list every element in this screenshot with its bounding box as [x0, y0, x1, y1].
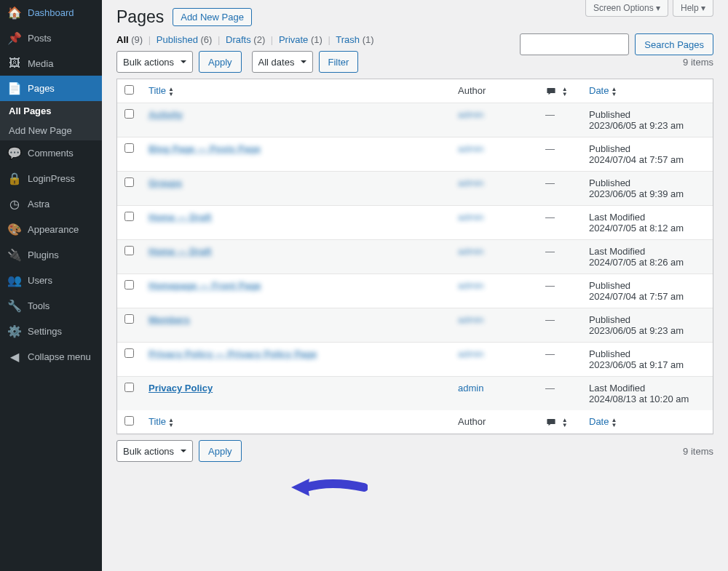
bulk-apply-bottom[interactable]: Apply	[199, 440, 242, 462]
col-date-foot[interactable]: Date▲▼	[582, 410, 713, 434]
dashboard-icon: 🏠	[7, 6, 22, 20]
appearance-icon: 🎨	[7, 223, 22, 236]
row-date-status: Published	[589, 109, 705, 120]
table-row: Privacy Policyadmin—Last Modified2024/08…	[117, 376, 713, 410]
row-date-time: 2023/06/05 at 9:39 am	[589, 188, 705, 199]
row-title-link[interactable]: Homepage — Front Page	[149, 280, 261, 291]
bulk-actions-select-top[interactable]: Bulk actions	[116, 51, 193, 73]
sidebar-item-label: Dashboard	[28, 7, 74, 18]
filter-published[interactable]: Published (6)	[157, 34, 213, 45]
row-comments: —	[545, 246, 555, 257]
sidebar-item-users[interactable]: 👥Users	[0, 268, 102, 293]
row-date-status: Published	[589, 280, 705, 291]
sidebar-item-appearance[interactable]: 🎨Appearance	[0, 217, 102, 242]
row-date-time: 2024/08/13 at 10:20 am	[589, 394, 705, 404]
sidebar-item-label: Comments	[28, 148, 74, 159]
sidebar-item-pages[interactable]: 📄Pages	[0, 76, 102, 101]
row-comments: —	[545, 143, 555, 154]
sidebar-item-label: Settings	[28, 326, 62, 337]
col-comments-foot[interactable]: ▲▼	[538, 410, 582, 434]
sidebar-item-label: Tools	[28, 300, 50, 311]
filter-private[interactable]: Private (1)	[279, 34, 323, 45]
filter-drafts[interactable]: Drafts (2)	[226, 34, 265, 45]
pages-table: Title▲▼ Author ▲▼ Date▲▼ Activityadmin—P…	[116, 79, 713, 434]
screen-options-tab[interactable]: Screen Options ▾	[585, 0, 668, 17]
row-author-link[interactable]: admin	[458, 212, 483, 223]
annotation-arrow	[288, 473, 368, 502]
filter-button[interactable]: Filter	[319, 51, 359, 73]
bulk-actions-select-bottom[interactable]: Bulk actions	[116, 440, 193, 462]
admin-sidebar: 🏠Dashboard📌Posts🖼Media📄PagesAll PagesAdd…	[0, 0, 102, 571]
submenu-item-add-new-page[interactable]: Add New Page	[0, 121, 102, 140]
row-author-link[interactable]: admin	[458, 109, 483, 120]
row-title-link[interactable]: Home — Draft	[149, 246, 212, 257]
row-checkbox[interactable]	[124, 177, 134, 187]
sidebar-item-label: Pages	[28, 83, 55, 94]
row-checkbox[interactable]	[124, 212, 134, 221]
row-author-link[interactable]: admin	[458, 314, 483, 325]
search-pages-button[interactable]: Search Pages	[635, 33, 713, 55]
row-author-link[interactable]: admin	[458, 177, 483, 188]
col-date[interactable]: Date▲▼	[582, 79, 713, 103]
sidebar-item-media[interactable]: 🖼Media	[0, 51, 102, 76]
row-checkbox[interactable]	[124, 109, 134, 119]
col-title-foot[interactable]: Title▲▼	[141, 410, 451, 434]
collapse-menu-icon: ◀	[7, 350, 22, 364]
select-all-top[interactable]	[124, 85, 134, 95]
help-tab[interactable]: Help ▾	[673, 0, 713, 17]
row-author-link[interactable]: admin	[458, 348, 483, 359]
row-checkbox[interactable]	[124, 280, 134, 290]
row-title-link[interactable]: Activity	[149, 109, 183, 120]
col-title[interactable]: Title▲▼	[141, 79, 451, 103]
sidebar-item-settings[interactable]: ⚙️Settings	[0, 319, 102, 344]
add-new-page-button[interactable]: Add New Page	[173, 8, 252, 26]
sidebar-item-comments[interactable]: 💬Comments	[0, 140, 102, 166]
filter-all[interactable]: All (9)	[116, 34, 143, 45]
row-date-time: 2024/07/05 at 8:26 am	[589, 257, 705, 268]
row-checkbox[interactable]	[124, 246, 134, 255]
search-input[interactable]	[520, 33, 629, 55]
sidebar-item-collapse-menu[interactable]: ◀Collapse menu	[0, 344, 102, 370]
row-checkbox[interactable]	[124, 314, 134, 324]
row-date-status: Last Modified	[589, 383, 705, 394]
row-title-link[interactable]: Groups	[149, 177, 182, 188]
comments-icon: 💬	[7, 146, 22, 160]
sidebar-item-posts[interactable]: 📌Posts	[0, 25, 102, 51]
row-date-time: 2024/07/04 at 7:57 am	[589, 154, 705, 165]
row-checkbox[interactable]	[124, 143, 134, 153]
row-title-link[interactable]: Home — Draft	[149, 212, 212, 223]
row-date-time: 2024/07/05 at 8:12 am	[589, 223, 705, 233]
row-date-status: Published	[589, 177, 705, 188]
row-title-link[interactable]: Members	[149, 314, 190, 325]
filter-trash[interactable]: Trash (1)	[336, 34, 373, 45]
pages-icon: 📄	[7, 81, 22, 95]
table-row: Home — Draftadmin—Last Modified2024/07/0…	[117, 239, 713, 273]
row-title-link[interactable]: Blog Page — Posts Page	[149, 143, 261, 154]
sidebar-item-tools[interactable]: 🔧Tools	[0, 293, 102, 319]
select-all-bottom[interactable]	[124, 416, 134, 426]
table-row: Privacy Policy — Privacy Policy Pageadmi…	[117, 342, 713, 376]
row-comments: —	[545, 383, 555, 394]
sidebar-item-astra[interactable]: ◷Astra	[0, 191, 102, 217]
sidebar-item-label: Posts	[28, 33, 52, 44]
row-author-link[interactable]: admin	[458, 143, 483, 154]
sidebar-item-plugins[interactable]: 🔌Plugins	[0, 242, 102, 268]
sidebar-item-loginpress[interactable]: 🔒LoginPress	[0, 166, 102, 191]
col-comments[interactable]: ▲▼	[538, 79, 582, 103]
row-title-link[interactable]: Privacy Policy	[149, 383, 213, 394]
sidebar-item-label: Users	[28, 275, 52, 286]
row-author-link[interactable]: admin	[458, 383, 483, 394]
col-author[interactable]: Author	[451, 79, 538, 103]
submenu-item-all-pages[interactable]: All Pages	[0, 101, 102, 121]
row-author-link[interactable]: admin	[458, 280, 483, 291]
row-checkbox[interactable]	[124, 383, 134, 392]
row-title-link[interactable]: Privacy Policy — Privacy Policy Page	[149, 348, 317, 359]
date-filter-select[interactable]: All dates	[252, 51, 313, 73]
row-author-link[interactable]: admin	[458, 246, 483, 257]
sidebar-item-dashboard[interactable]: 🏠Dashboard	[0, 0, 102, 25]
bulk-apply-top[interactable]: Apply	[199, 51, 242, 73]
sidebar-item-label: Appearance	[28, 224, 79, 235]
col-author-foot[interactable]: Author	[451, 410, 538, 434]
row-checkbox[interactable]	[124, 348, 134, 358]
row-date-status: Published	[589, 314, 705, 325]
